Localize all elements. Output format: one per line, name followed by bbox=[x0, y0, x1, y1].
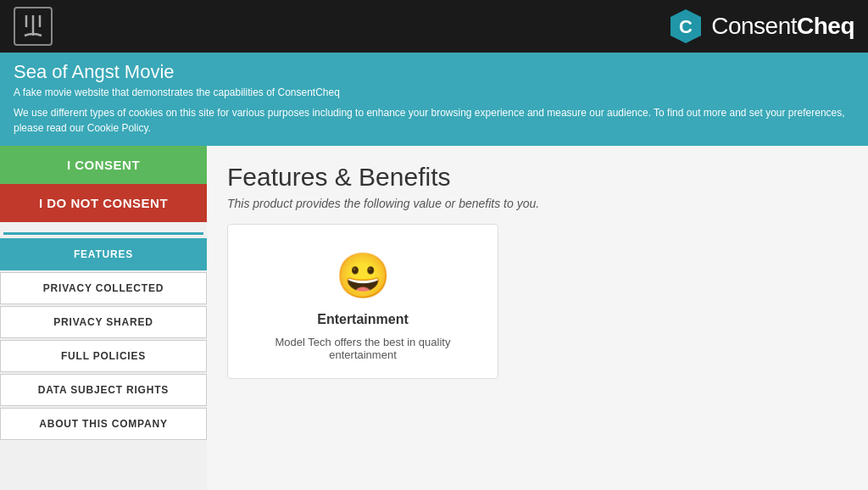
nav-item-privacy-shared[interactable]: PRIVACY SHARED bbox=[0, 306, 207, 338]
svg-text:C: C bbox=[679, 16, 693, 37]
features-subtitle: This product provides the following valu… bbox=[227, 197, 848, 210]
feature-emoji: 😀 bbox=[245, 250, 481, 302]
consentcheq-logo: C ConsentCheq bbox=[667, 8, 854, 45]
nav-item-privacy-collected[interactable]: PRIVACY COLLECTED bbox=[0, 272, 207, 304]
nav-item-data-subject-rights[interactable]: DATA SUBJECT RIGHTS bbox=[0, 374, 207, 406]
site-title: Sea of Angst Movie bbox=[14, 61, 854, 83]
no-consent-button[interactable]: I DO NOT CONSENT bbox=[0, 184, 207, 222]
brand-name: ConsentCheq bbox=[711, 13, 854, 40]
cookie-notice: We use different types of cookies on thi… bbox=[14, 105, 854, 136]
feature-card: 😀 Entertainment Model Tech offers the be… bbox=[227, 224, 498, 379]
main-layout: I CONSENT I DO NOT CONSENT FEATURES PRIV… bbox=[0, 146, 868, 490]
consent-button[interactable]: I CONSENT bbox=[0, 146, 207, 184]
site-logo-icon bbox=[14, 7, 53, 46]
sidebar-divider bbox=[3, 232, 203, 235]
feature-description: Model Tech offers the best in quality en… bbox=[245, 336, 481, 361]
features-title: Features & Benefits bbox=[227, 163, 848, 192]
nav-item-features[interactable]: FEATURES bbox=[0, 238, 207, 270]
site-subtitle: A fake movie website that demonstrates t… bbox=[14, 86, 854, 98]
top-navbar: C ConsentCheq bbox=[0, 0, 868, 53]
nav-item-about-company[interactable]: ABOUT THIS COMPANY bbox=[0, 408, 207, 440]
nav-item-full-policies[interactable]: FULL POLICIES bbox=[0, 340, 207, 372]
cc-hex-icon: C bbox=[667, 8, 704, 45]
feature-name: Entertainment bbox=[245, 312, 481, 327]
header-band: Sea of Angst Movie A fake movie website … bbox=[0, 53, 868, 146]
sidebar: I CONSENT I DO NOT CONSENT FEATURES PRIV… bbox=[0, 146, 207, 490]
content-area: Features & Benefits This product provide… bbox=[207, 146, 868, 490]
